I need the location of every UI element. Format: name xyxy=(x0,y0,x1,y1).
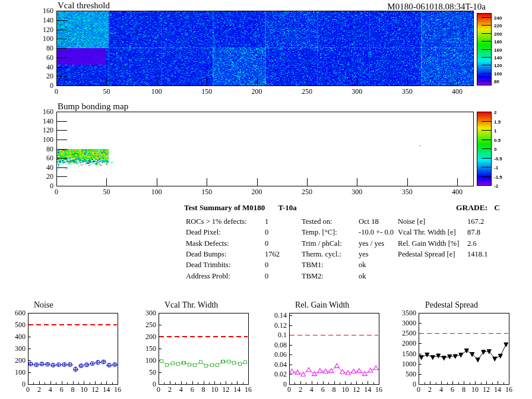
y-tick-label: 500 xyxy=(406,370,416,378)
x-tick-label: 12 xyxy=(222,385,229,394)
y-tick-label: 600 xyxy=(15,309,26,317)
x-tick-label: 250 xyxy=(302,87,312,96)
y-tick-label: 0 xyxy=(22,380,26,388)
x-tick-label: 14 xyxy=(233,385,240,394)
colorbar-tick-label: -1 xyxy=(494,165,499,170)
x-tick-label: 0 xyxy=(26,385,30,394)
colorbar-tick-label: -1.5 xyxy=(494,175,502,180)
x-tick-label: 2 xyxy=(428,385,432,394)
x-tick-label: 12 xyxy=(353,385,360,394)
data-point xyxy=(199,360,202,363)
colorbar-tick-label: 180 xyxy=(494,39,502,45)
data-point xyxy=(340,369,345,373)
summary-title-text: Test Summary of M0180 xyxy=(184,203,265,212)
y-tick-label: 200 xyxy=(15,356,26,365)
data-point xyxy=(62,363,66,366)
test-report-page: 0204060801001201401600501001502002503003… xyxy=(0,0,532,399)
data-point xyxy=(51,363,55,367)
x-tick-label: 8 xyxy=(462,385,466,394)
data-point xyxy=(487,350,491,354)
summary-label: Mask Defects: xyxy=(186,239,229,248)
colorbar-tick-label: 120 xyxy=(494,63,502,68)
colorbar-tick-label: 0.5 xyxy=(494,138,501,143)
data-point xyxy=(334,363,339,368)
y-tick-label: 100 xyxy=(145,356,156,365)
colorbar-tick-label: 200 xyxy=(494,31,502,37)
data-point xyxy=(362,372,367,376)
x-tick-label: 14 xyxy=(494,385,501,394)
x-tick-label: 16 xyxy=(375,385,382,394)
data-point xyxy=(221,360,224,363)
y-tick-label: 0 xyxy=(50,81,53,90)
summary-label: TBM2: xyxy=(302,272,324,281)
data-point xyxy=(205,364,208,367)
y-tick-label: 150 xyxy=(145,344,156,353)
data-point xyxy=(238,363,241,366)
data-point xyxy=(188,363,191,366)
summary-value: -10.0 +- 0.0 xyxy=(359,228,394,237)
x-tick-label: 10 xyxy=(341,385,349,394)
x-tick-label: 150 xyxy=(201,87,212,96)
y-tick-label: 40 xyxy=(46,63,53,71)
y-tick-label: 80 xyxy=(46,145,53,153)
data-point xyxy=(430,356,435,360)
summary-label: Tested on: xyxy=(302,217,332,226)
summary-label: Pedestal Spread [e] xyxy=(398,250,455,259)
colorbar-tick-label: 1.5 xyxy=(494,119,501,125)
colorbar-tick-label: 2 xyxy=(494,110,497,115)
grade-value: C xyxy=(494,203,500,212)
data-point xyxy=(244,360,247,363)
x-tick-label: 14 xyxy=(103,385,110,394)
x-tick-label: 4 xyxy=(310,385,314,394)
y-tick-label: 0.06 xyxy=(274,350,287,359)
x-tick-label: 16 xyxy=(505,385,512,394)
colorbar-tick-label: -2 xyxy=(494,183,499,189)
y-tick-label: 0.1 xyxy=(278,331,287,339)
data-point xyxy=(459,353,463,357)
x-tick-label: 2 xyxy=(299,385,302,394)
colorbar-tick-label: 240 xyxy=(494,15,502,21)
noise-plot-title: Noise xyxy=(34,300,53,310)
colorbar-tick-label: 220 xyxy=(494,23,502,28)
data-point xyxy=(442,356,446,360)
data-point xyxy=(160,360,163,363)
summary-label: Dead Trimbits: xyxy=(186,261,230,270)
x-tick-label: 12 xyxy=(483,385,490,394)
test-summary-title: Test Summary of M0180T-10a xyxy=(184,203,297,213)
plot-frame xyxy=(159,314,249,385)
data-point xyxy=(227,360,230,363)
colorbar-tick-label: 0 xyxy=(494,147,497,152)
data-point xyxy=(436,354,441,358)
y-tick-label: 400 xyxy=(15,332,26,341)
x-tick-label: 0 xyxy=(55,188,58,196)
bump-colorbar xyxy=(477,112,491,185)
y-tick-label: 0.08 xyxy=(274,341,287,349)
bump-bonding-heatmap xyxy=(56,112,473,186)
colorbar-tick-label: -0.5 xyxy=(494,156,502,162)
summary-label: TBM1: xyxy=(302,261,324,270)
summary-label: Address Probl: xyxy=(186,272,230,281)
summary-label: Therm. cycl.: xyxy=(302,250,341,259)
summary-value: Oct 18 xyxy=(359,217,379,226)
x-tick-label: 200 xyxy=(252,188,262,196)
x-tick-label: 4 xyxy=(439,385,443,394)
data-point xyxy=(498,354,502,358)
x-tick-label: 0 xyxy=(417,385,420,394)
summary-value: yes / yes xyxy=(359,239,384,248)
summary-module-type: T-10a xyxy=(278,203,296,212)
data-point xyxy=(493,357,497,361)
x-tick-label: 200 xyxy=(252,87,262,96)
plot-frame xyxy=(419,314,509,385)
plot-frame xyxy=(28,314,118,385)
x-tick-label: 4 xyxy=(179,385,183,394)
x-tick-label: 6 xyxy=(321,385,325,394)
colorbar-tick-label: 80 xyxy=(494,79,499,84)
data-point xyxy=(419,356,423,360)
x-tick-label: 400 xyxy=(452,188,463,196)
x-tick-label: 0 xyxy=(287,385,291,394)
x-tick-label: 16 xyxy=(245,385,252,394)
y-tick-label: 0 xyxy=(413,380,416,388)
y-tick-label: 1500 xyxy=(402,350,416,358)
x-tick-label: 14 xyxy=(364,385,371,394)
summary-value: ok xyxy=(359,261,366,270)
